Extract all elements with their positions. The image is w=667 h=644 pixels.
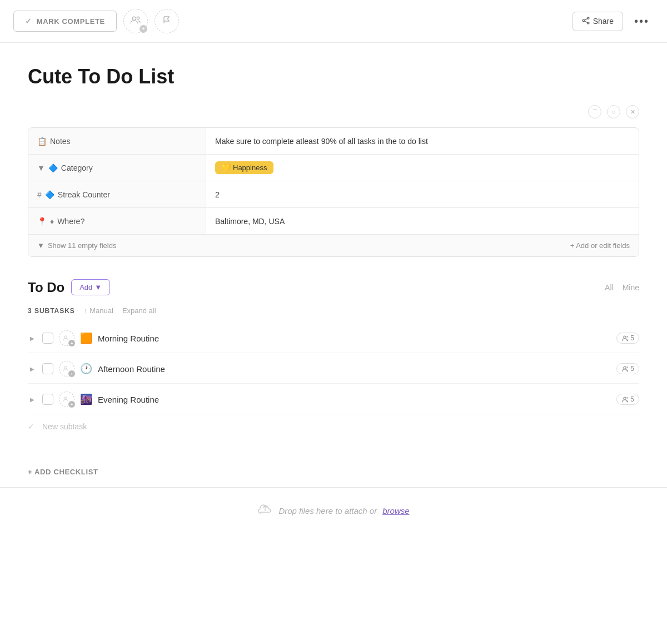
new-subtask-row[interactable]: ✓ New subtask xyxy=(28,414,639,439)
svg-line-5 xyxy=(584,18,588,20)
subtasks-count: 3 SUBTASKS xyxy=(28,307,75,315)
notes-value[interactable]: Make sure to complete atleast 90% of all… xyxy=(206,128,639,154)
subtask-name-1[interactable]: Morning Routine xyxy=(98,334,611,343)
where-value[interactable]: Baltimore, MD, USA xyxy=(206,208,639,234)
svg-point-10 xyxy=(624,366,626,369)
where-label: 📍 ♦ Where? xyxy=(28,208,206,234)
dropdown-icon: ▼ xyxy=(37,164,45,172)
subtask-checkbox-2[interactable] xyxy=(42,363,53,374)
page-title: Cute To Do List xyxy=(28,65,639,88)
add-edit-text: + Add or edit fields xyxy=(570,241,630,250)
toolbar: ✓ MARK COMPLETE + xyxy=(0,0,667,43)
file-drop-text: Drop files here to attach or xyxy=(278,506,377,516)
more-dots: ••• xyxy=(634,15,649,27)
subtask-emoji-3: 🌆 xyxy=(80,393,92,405)
notes-text: Make sure to complete atleast 90% of all… xyxy=(215,137,428,146)
share-button[interactable]: Share xyxy=(573,12,623,31)
streak-value[interactable]: 2 xyxy=(206,181,639,207)
avatar-2[interactable]: + xyxy=(59,361,74,377)
streak-number: 2 xyxy=(215,190,220,199)
flag-button[interactable] xyxy=(155,9,179,33)
show-empty-fields-button[interactable]: ▼ Show 11 empty fields xyxy=(37,241,116,250)
where-diamond-icon: ♦ xyxy=(50,217,54,226)
svg-point-3 xyxy=(583,19,584,21)
new-subtask-input[interactable]: New subtask xyxy=(42,422,87,431)
users-icon xyxy=(130,16,141,27)
avatar-1[interactable]: + xyxy=(59,330,74,346)
sort-manual-button[interactable]: ↑ Manual xyxy=(84,306,113,315)
where-label-text: Where? xyxy=(57,217,84,226)
category-label: ▼ 🔷 Category xyxy=(28,155,206,181)
todo-filters: All Mine xyxy=(605,283,639,292)
todo-header: To Do Add ▼ All Mine xyxy=(28,279,639,295)
expand-row-icon-3[interactable]: ▶ xyxy=(28,395,37,404)
avatar-plus-icon-3: + xyxy=(68,401,75,408)
more-options-button[interactable]: ••• xyxy=(630,13,654,30)
table-row: ▶ + 🕐 Afternoon Routine xyxy=(28,354,639,384)
table-row: ▶ + 🌆 Evening Routine xyxy=(28,385,639,414)
svg-point-8 xyxy=(624,336,626,338)
all-filter[interactable]: All xyxy=(605,283,614,292)
assign-users-button[interactable]: + xyxy=(123,9,148,33)
mark-complete-label: MARK COMPLETE xyxy=(37,17,105,26)
subtask-name-2[interactable]: Afternoon Routine xyxy=(98,364,611,374)
notes-icon: 📋 xyxy=(37,137,47,146)
subtask-name-3[interactable]: Evening Routine xyxy=(98,395,611,404)
mine-filter[interactable]: Mine xyxy=(623,283,639,292)
subtask-emoji-2: 🕐 xyxy=(80,363,92,375)
svg-point-0 xyxy=(132,17,136,20)
notes-label-text: Notes xyxy=(50,137,71,146)
streak-grid-icon: 🔷 xyxy=(45,190,54,199)
svg-point-11 xyxy=(64,397,67,399)
fields-footer: ▼ Show 11 empty fields + Add or edit fie… xyxy=(28,235,639,256)
share-icon xyxy=(582,17,590,26)
category-field-row: ▼ 🔷 Category 💛 Happiness xyxy=(28,155,639,181)
hash-icon: # xyxy=(37,190,42,199)
share-label: Share xyxy=(593,17,614,26)
category-value[interactable]: 💛 Happiness xyxy=(206,155,639,181)
svg-point-4 xyxy=(587,22,589,23)
streak-label: # 🔷 Streak Counter xyxy=(28,181,206,207)
sort-up-icon: ↑ xyxy=(84,306,88,315)
todo-section: To Do Add ▼ All Mine 3 SUBTASKS ↑ Manual… xyxy=(28,279,639,439)
streak-label-text: Streak Counter xyxy=(58,190,110,199)
subtask-list: ▶ + 🟧 Morning Routine xyxy=(28,324,639,414)
browse-link[interactable]: browse xyxy=(382,506,409,516)
flag-icon xyxy=(162,16,171,27)
expand-row-icon-2[interactable]: ▶ xyxy=(28,364,37,373)
subtask-count-2: 5 xyxy=(616,363,639,374)
main-content: Cute To Do List ⌒ ○ ✕ 📋 Notes Make sure … xyxy=(0,43,667,487)
circle-icon[interactable]: ○ xyxy=(607,105,620,118)
notes-field-row: 📋 Notes Make sure to complete atleast 90… xyxy=(28,128,639,155)
svg-point-1 xyxy=(137,17,139,19)
fields-table: 📋 Notes Make sure to complete atleast 90… xyxy=(28,127,639,257)
where-field-row: 📍 ♦ Where? Baltimore, MD, USA xyxy=(28,208,639,235)
subtask-checkbox-1[interactable] xyxy=(42,333,53,344)
avatar-3[interactable]: + xyxy=(59,392,74,407)
subtasks-header: 3 SUBTASKS ↑ Manual Expand all xyxy=(28,306,639,315)
avatar-plus-icon-2: + xyxy=(68,370,75,377)
svg-point-7 xyxy=(64,336,67,338)
curve-icon[interactable]: ⌒ xyxy=(588,105,601,118)
show-empty-text: Show 11 empty fields xyxy=(48,241,117,250)
table-row: ▶ + 🟧 Morning Routine xyxy=(28,324,639,353)
subtask-count-3: 5 xyxy=(616,394,639,405)
add-checklist-button[interactable]: + ADD CHECKLIST xyxy=(28,457,639,487)
category-badge: 💛 Happiness xyxy=(215,161,273,174)
expand-all-button[interactable]: Expand all xyxy=(122,306,156,315)
add-chevron-icon: ▼ xyxy=(94,283,102,291)
notes-label: 📋 Notes xyxy=(28,128,206,154)
add-edit-fields-button[interactable]: + Add or edit fields xyxy=(570,241,630,250)
subtask-count-1: 5 xyxy=(616,333,639,344)
mark-complete-button[interactable]: ✓ MARK COMPLETE xyxy=(13,11,117,32)
sort-label: Manual xyxy=(89,306,113,315)
check-icon: ✓ xyxy=(25,17,32,26)
avatar-plus-icon: + xyxy=(68,340,75,346)
subtask-emoji-1: 🟧 xyxy=(80,332,92,344)
new-subtask-check-icon: ✓ xyxy=(28,422,37,431)
add-button[interactable]: Add ▼ xyxy=(71,279,110,295)
expand-row-icon[interactable]: ▶ xyxy=(28,334,37,343)
upload-icon xyxy=(257,501,273,520)
subtask-checkbox-3[interactable] xyxy=(42,394,53,405)
close-small-icon[interactable]: ✕ xyxy=(626,105,639,118)
